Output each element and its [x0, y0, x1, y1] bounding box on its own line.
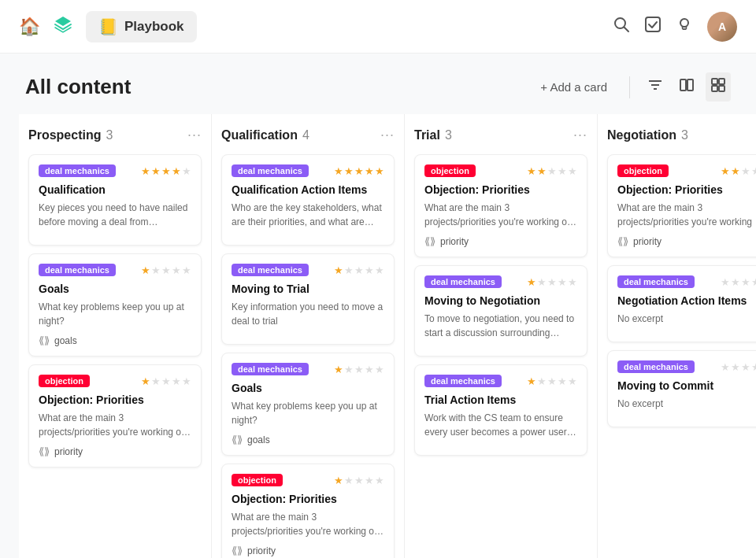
star-empty-icon[interactable]: ★ [558, 375, 567, 387]
star-empty-icon[interactable]: ★ [741, 276, 750, 288]
check-icon[interactable] [644, 16, 662, 38]
star-empty-icon[interactable]: ★ [365, 364, 374, 375]
card[interactable]: deal mechanics★★★★★QualificationKey piec… [28, 154, 202, 246]
star-filled-icon[interactable]: ★ [354, 165, 364, 177]
bulb-icon[interactable] [676, 16, 693, 38]
star-empty-icon[interactable]: ★ [547, 276, 557, 288]
star-filled-icon[interactable]: ★ [141, 264, 150, 276]
star-empty-icon[interactable]: ★ [741, 361, 750, 373]
star-empty-icon[interactable]: ★ [547, 165, 557, 177]
grid-view-button[interactable] [706, 72, 731, 102]
star-empty-icon[interactable]: ★ [375, 364, 384, 375]
star-empty-icon[interactable]: ★ [568, 375, 577, 387]
star-filled-icon[interactable]: ★ [334, 364, 343, 375]
star-empty-icon[interactable]: ★ [182, 264, 191, 276]
star-filled-icon[interactable]: ★ [141, 375, 150, 387]
star-filled-icon[interactable]: ★ [375, 165, 384, 177]
star-empty-icon[interactable]: ★ [151, 264, 161, 276]
avatar[interactable]: A [707, 12, 737, 42]
star-empty-icon[interactable]: ★ [731, 276, 740, 288]
star-filled-icon[interactable]: ★ [527, 165, 536, 177]
star-filled-icon[interactable]: ★ [537, 165, 547, 177]
star-filled-icon[interactable]: ★ [334, 165, 343, 177]
star-empty-icon[interactable]: ★ [354, 475, 364, 486]
card[interactable]: deal mechanics★★★★★Qualification Action … [221, 154, 395, 246]
card-stars[interactable]: ★★★★★ [334, 264, 384, 276]
home-icon[interactable]: 🏠 [19, 17, 40, 37]
card-stars[interactable]: ★★★★★ [527, 375, 577, 387]
card-stars[interactable]: ★★★★★ [527, 165, 577, 177]
star-empty-icon[interactable]: ★ [375, 475, 384, 486]
star-empty-icon[interactable]: ★ [344, 364, 354, 375]
star-empty-icon[interactable]: ★ [344, 264, 354, 276]
card[interactable]: objection★★★★★Objection: PrioritiesWhat … [607, 154, 756, 257]
star-empty-icon[interactable]: ★ [354, 364, 364, 375]
star-empty-icon[interactable]: ★ [568, 276, 577, 288]
star-empty-icon[interactable]: ★ [375, 264, 384, 276]
star-empty-icon[interactable]: ★ [721, 361, 730, 373]
card-stars[interactable]: ★★★★★ [334, 364, 384, 375]
star-empty-icon[interactable]: ★ [537, 276, 547, 288]
star-empty-icon[interactable]: ★ [182, 375, 191, 387]
card[interactable]: objection★★★★★Objection: PrioritiesWhat … [414, 154, 587, 257]
card[interactable]: deal mechanics★★★★★Moving to CommitNo ex… [607, 350, 756, 427]
card[interactable]: deal mechanics★★★★★GoalsWhat key problem… [28, 253, 202, 357]
star-empty-icon[interactable]: ★ [731, 361, 740, 373]
star-empty-icon[interactable]: ★ [547, 375, 557, 387]
star-filled-icon[interactable]: ★ [365, 165, 374, 177]
star-filled-icon[interactable]: ★ [527, 375, 536, 387]
star-empty-icon[interactable]: ★ [558, 276, 567, 288]
add-card-button[interactable]: + Add a card [531, 74, 617, 100]
star-filled-icon[interactable]: ★ [141, 165, 150, 177]
column-menu-button[interactable]: ··· [380, 127, 395, 143]
star-empty-icon[interactable]: ★ [172, 375, 181, 387]
star-empty-icon[interactable]: ★ [537, 375, 547, 387]
layers-icon[interactable] [53, 14, 73, 39]
star-empty-icon[interactable]: ★ [558, 165, 567, 177]
star-empty-icon[interactable]: ★ [751, 165, 756, 177]
card[interactable]: objection★★★★★Objection: PrioritiesWhat … [28, 364, 202, 467]
star-empty-icon[interactable]: ★ [568, 165, 577, 177]
breadcrumb[interactable]: 📒 Playbook [86, 11, 197, 42]
card-stars[interactable]: ★★★★★ [721, 276, 756, 288]
star-empty-icon[interactable]: ★ [172, 264, 181, 276]
star-empty-icon[interactable]: ★ [161, 264, 171, 276]
star-filled-icon[interactable]: ★ [172, 165, 181, 177]
card-stars[interactable]: ★★★★★ [334, 475, 384, 486]
card-stars[interactable]: ★★★★★ [141, 165, 191, 177]
star-empty-icon[interactable]: ★ [751, 276, 756, 288]
star-filled-icon[interactable]: ★ [161, 165, 171, 177]
search-icon[interactable] [613, 16, 630, 38]
star-filled-icon[interactable]: ★ [151, 165, 161, 177]
column-view-button[interactable] [674, 72, 699, 102]
column-menu-button[interactable]: ··· [187, 127, 202, 143]
star-filled-icon[interactable]: ★ [527, 276, 536, 288]
star-empty-icon[interactable]: ★ [365, 475, 374, 486]
card[interactable]: deal mechanics★★★★★Trial Action ItemsWor… [414, 364, 587, 456]
card-stars[interactable]: ★★★★★ [141, 375, 191, 387]
star-empty-icon[interactable]: ★ [741, 165, 750, 177]
card[interactable]: objection★★★★★Objection: PrioritiesWhat … [221, 464, 395, 558]
star-empty-icon[interactable]: ★ [354, 264, 364, 276]
star-filled-icon[interactable]: ★ [721, 165, 730, 177]
star-empty-icon[interactable]: ★ [365, 264, 374, 276]
star-filled-icon[interactable]: ★ [731, 165, 740, 177]
star-filled-icon[interactable]: ★ [344, 165, 354, 177]
card[interactable]: deal mechanics★★★★★Moving to Negotiation… [414, 265, 587, 357]
card-stars[interactable]: ★★★★★ [721, 361, 756, 373]
card[interactable]: deal mechanics★★★★★Negotiation Action It… [607, 265, 756, 342]
card-stars[interactable]: ★★★★★ [721, 165, 756, 177]
filter-icon-button[interactable] [643, 72, 668, 102]
column-menu-button[interactable]: ··· [573, 127, 587, 143]
star-filled-icon[interactable]: ★ [334, 264, 343, 276]
star-empty-icon[interactable]: ★ [751, 361, 756, 373]
star-empty-icon[interactable]: ★ [344, 475, 354, 486]
card-stars[interactable]: ★★★★★ [334, 165, 384, 177]
card-stars[interactable]: ★★★★★ [141, 264, 191, 276]
star-empty-icon[interactable]: ★ [151, 375, 161, 387]
star-empty-icon[interactable]: ★ [161, 375, 171, 387]
star-filled-icon[interactable]: ★ [334, 475, 343, 486]
card-stars[interactable]: ★★★★★ [527, 276, 577, 288]
star-empty-icon[interactable]: ★ [182, 165, 191, 177]
star-empty-icon[interactable]: ★ [721, 276, 730, 288]
